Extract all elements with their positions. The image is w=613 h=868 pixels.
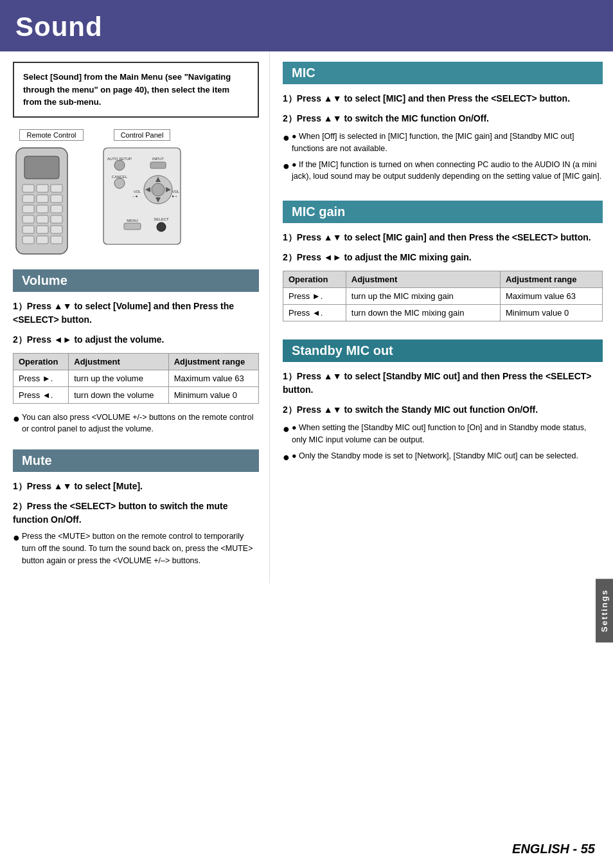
mic-gain-step2-text: 2）Press ◄► to adjust the MIC mixing gain…: [283, 252, 472, 262]
mic-gain-table: Operation Adjustment Adjustment range Pr…: [283, 271, 603, 321]
volume-title: Volume: [22, 273, 67, 287]
device-area: Remote Control: [13, 129, 259, 260]
mic-step1-text: 1）Press ▲▼ to select [MIC] and then Pres…: [283, 93, 570, 104]
svg-text:VOL: VOL: [134, 190, 141, 194]
volume-step1-text: 1）Press ▲▼ to select [Volume] and then P…: [13, 301, 234, 325]
svg-rect-3: [37, 185, 48, 192]
svg-rect-11: [22, 215, 34, 223]
mg-col-adj: Adjustment: [346, 271, 500, 288]
standby-mic-title: Standby MIC out: [292, 343, 393, 357]
mg-r1-op: Press ►.: [283, 288, 346, 305]
control-panel-svg: AUTO SETUP INPUT CANCEL: [100, 145, 184, 248]
mic-note1-text: ● When [Off] is selected in [MIC] functi…: [292, 131, 603, 155]
svg-rect-19: [51, 236, 62, 244]
mic-note1: ● ● When [Off] is selected in [MIC] func…: [283, 131, 603, 155]
vol-r1-op: Press ►.: [13, 370, 69, 386]
svg-rect-8: [22, 205, 34, 213]
mute-note-text: Press the <MUTE> button on the remote co…: [22, 530, 259, 566]
svg-rect-38: [124, 223, 141, 230]
volume-section-header: Volume: [13, 269, 259, 292]
volume-note: ● You can also press <VOLUME +/-> button…: [13, 411, 259, 436]
svg-rect-18: [37, 236, 48, 244]
mic-gain-title: MIC gain: [292, 204, 345, 219]
mic-step2: 2）Press ▲▼ to switch the MIC function On…: [283, 112, 603, 183]
mic-step1: 1）Press ▲▼ to select [MIC] and then Pres…: [283, 92, 603, 105]
mg-r2-op: Press ◄.: [283, 305, 346, 321]
remote-control-svg: [13, 145, 90, 260]
vol-row-1: Press ►. turn up the volume Maximum valu…: [13, 370, 259, 386]
page-title: Sound: [15, 12, 598, 42]
page-header: Sound: [0, 0, 613, 51]
svg-text:SELECT: SELECT: [154, 217, 169, 221]
mg-r1-range: Maximum value 63: [500, 288, 602, 305]
mic-step2-text: 2）Press ▲▼ to switch the MIC function On…: [283, 113, 489, 123]
settings-tab: Settings: [596, 579, 613, 642]
mic-gain-step1: 1）Press ▲▼ to select [MIC gain] and then…: [283, 231, 603, 244]
settings-tab-text: Settings: [600, 589, 609, 632]
left-column: Select [Sound] from the Main Menu (see "…: [0, 51, 270, 583]
vol-row-2: Press ◄. turn down the volume Minimum va…: [13, 386, 259, 403]
mute-section-header: Mute: [13, 449, 259, 472]
svg-text:INPUT: INPUT: [152, 157, 164, 161]
standby-step2-text: 2）Press ▲▼ to switch the Standy MIC out …: [283, 404, 538, 415]
intro-box: Select [Sound] from the Main Menu (see "…: [13, 62, 259, 118]
standby-note2-text: ● Only the Standby mode is set to [Netwo…: [292, 450, 578, 462]
page-number: ENGLISH - 55: [512, 842, 595, 856]
mic-gain-step2: 2）Press ◄► to adjust the MIC mixing gain…: [283, 251, 603, 264]
svg-rect-12: [37, 215, 48, 223]
volume-step2: 2）Press ◄► to adjust the volume.: [13, 333, 259, 347]
svg-rect-9: [37, 205, 48, 213]
intro-text: Select [Sound] from the Main Menu (see "…: [23, 72, 231, 107]
mute-note: ● Press the <MUTE> button on the remote …: [13, 530, 259, 566]
svg-point-40: [157, 222, 166, 231]
mute-step1-text: 1）Press ▲▼ to select [Mute].: [13, 481, 143, 491]
mic-gain-section-header: MIC gain: [283, 201, 603, 223]
svg-text:VOL: VOL: [172, 190, 179, 194]
svg-rect-4: [51, 185, 62, 192]
vol-col-range: Adjustment range: [168, 353, 258, 370]
svg-text:MENU: MENU: [127, 219, 138, 222]
mute-step2-text: 2）Press the <SELECT> button to switch th…: [13, 501, 228, 525]
volume-note-text: You can also press <VOLUME +/-> buttons …: [22, 411, 259, 436]
svg-rect-16: [51, 226, 62, 233]
standby-step1: 1）Press ▲▼ to select [Standby MIC out] a…: [283, 370, 603, 397]
mute-step2: 2）Press the <SELECT> button to switch th…: [13, 500, 259, 566]
bullet-icon-2: ●: [13, 532, 22, 543]
svg-rect-10: [51, 205, 62, 213]
mute-step1: 1）Press ▲▼ to select [Mute].: [13, 480, 259, 493]
bullet-icon-6: ●: [283, 451, 292, 463]
vol-r2-range: Minimum value 0: [168, 386, 258, 403]
svg-rect-13: [51, 215, 62, 223]
page: Sound Select [Sound] from the Main Menu …: [0, 0, 613, 868]
control-panel-label: Control Panel: [114, 129, 171, 141]
volume-step2-text: 2）Press ◄► to adjust the volume.: [13, 334, 164, 345]
mg-r2-range: Minimum value 0: [500, 305, 602, 321]
mic-title: MIC: [292, 66, 315, 80]
svg-point-22: [114, 160, 125, 170]
svg-rect-15: [37, 226, 48, 233]
standby-note1-text: ● When setting the [Standby MIC out] fun…: [292, 422, 603, 446]
remote-control-label: Remote Control: [19, 129, 83, 141]
volume-table: Operation Adjustment Adjustment range Pr…: [13, 353, 259, 404]
vol-r1-adj: turn up the volume: [69, 370, 168, 386]
svg-point-28: [152, 183, 164, 196]
mg-col-range: Adjustment range: [500, 271, 602, 288]
mute-title: Mute: [22, 453, 52, 467]
svg-rect-14: [22, 226, 34, 233]
mic-section-header: MIC: [283, 62, 603, 84]
standby-note2: ● ● Only the Standby mode is set to [Net…: [283, 450, 603, 463]
right-column: MIC 1）Press ▲▼ to select [MIC] and then …: [270, 51, 613, 583]
svg-rect-7: [51, 195, 62, 203]
vol-r2-op: Press ◄.: [13, 386, 69, 403]
bullet-icon: ●: [13, 413, 22, 424]
svg-rect-1: [24, 156, 59, 179]
mic-note2: ● ● If the [MIC] function is turned on w…: [283, 159, 603, 183]
mg-col-op: Operation: [283, 271, 346, 288]
svg-rect-17: [22, 236, 34, 244]
vol-col-adj: Adjustment: [69, 353, 168, 370]
mg-row-2: Press ◄. turn down the MIC mixing gain M…: [283, 305, 603, 321]
remote-control-box: Remote Control: [13, 129, 90, 260]
mic-gain-step1-text: 1）Press ▲▼ to select [MIC gain] and then…: [283, 232, 591, 242]
bullet-icon-4: ●: [283, 160, 292, 172]
mg-r1-adj: turn up the MIC mixing gain: [346, 288, 500, 305]
